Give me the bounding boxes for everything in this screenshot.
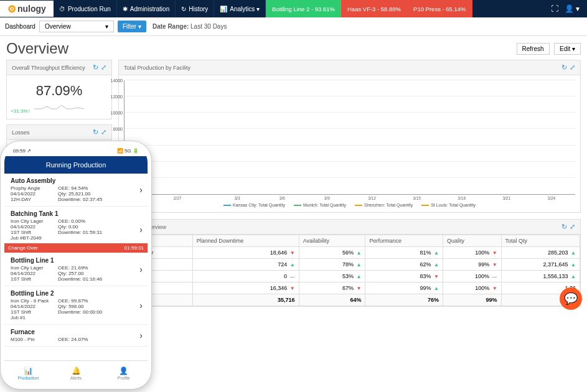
status-tile[interactable]: Haas VF-3 - 58.88% (341, 0, 407, 17)
arrow-flat-icon: — (290, 274, 295, 279)
refresh-icon[interactable]: ↻ (561, 223, 567, 231)
phone-alert[interactable]: Change Over01:59:31 (4, 243, 148, 253)
arrow-up-icon: ▲ (434, 262, 439, 268)
chart-card: Total Production by Facility ↻⤢ 02000400… (118, 60, 581, 213)
chevron-right-icon: › (139, 301, 143, 310)
legend-item[interactable]: St Louis: Total Quantity (421, 203, 476, 207)
y-tick: 12000 (107, 95, 123, 99)
expand-icon[interactable]: ⤢ (101, 128, 106, 136)
table-row[interactable]: St Louis16,346 ▼67% ▼99% ▲100% ▼1,36 (120, 282, 580, 294)
refresh-button[interactable]: Refresh (517, 43, 550, 55)
legend-item[interactable]: Shenzhen: Total Quantity (355, 203, 413, 207)
filter-button[interactable]: Filter ▾ (118, 21, 146, 32)
phone-list-item[interactable]: FurnaceM100 - PinOEE: 24.07%› (4, 325, 148, 347)
legend-item[interactable]: Kansas City: Total Quantity (223, 203, 285, 207)
table-header[interactable]: Availability (299, 235, 365, 247)
x-tick: 3/15 (410, 196, 425, 200)
arrow-down-icon: ▼ (492, 250, 497, 256)
dashboard-select[interactable]: Overview ▾ (39, 21, 114, 32)
x-tick (529, 196, 544, 200)
x-tick (334, 196, 349, 200)
table-header[interactable]: Performance (365, 235, 443, 247)
refresh-icon[interactable]: ↻ (93, 128, 98, 136)
status-tile[interactable]: P10 Press - 65.14% (407, 0, 472, 17)
arrow-up-icon: ▲ (571, 250, 576, 256)
refresh-icon[interactable]: ↻ (93, 63, 98, 72)
x-tick (395, 196, 410, 200)
phone-tab-production[interactable]: 📊Production (4, 361, 52, 385)
phone-mockup: 09:59 ↗ 📶 5G 🔋 Running Production Auto A… (0, 141, 152, 390)
logo-icon: ⚙ (7, 3, 16, 15)
arrow-up-icon: ▲ (290, 262, 295, 268)
phone-list-item[interactable]: Batching Tank 1Iron City LagerOEE: 0.00%… (4, 207, 148, 253)
expand-icon[interactable]: ⤢ (570, 63, 575, 72)
fullscreen-icon[interactable]: ⛶ (551, 4, 558, 13)
table-header[interactable]: Planned Downtime (192, 235, 299, 247)
x-tick (185, 196, 200, 200)
tab-icon: 👤 (119, 366, 128, 375)
phone-list-item[interactable]: Bottling Line 1Iron City LagerOEE: 21.69… (4, 253, 148, 286)
x-tick (439, 196, 454, 200)
chevron-right-icon: › (139, 330, 143, 340)
user-menu-icon[interactable]: 👤 ▾ (565, 4, 580, 13)
page-title: Overview (6, 40, 68, 57)
phone-tab-profile[interactable]: 👤Profile (100, 361, 148, 385)
y-tick: 8000 (107, 127, 123, 131)
expand-icon[interactable]: ⤢ (101, 63, 106, 72)
table-header[interactable]: Total Qty (501, 235, 580, 247)
phone-tab-alerts[interactable]: 🔔Alerts (52, 361, 100, 385)
logo-text: nulogy (17, 4, 46, 14)
x-tick (245, 196, 260, 200)
dashboard-value: Overview (45, 23, 71, 30)
status-tile[interactable]: Bottling Line 2 - 93.61% (266, 0, 341, 17)
phone-header: Running Production (4, 156, 148, 174)
arrow-flat-icon: — (492, 274, 497, 279)
y-tick: 14000 (107, 78, 123, 83)
x-tick (304, 196, 319, 200)
y-tick: 10000 (107, 111, 123, 115)
logo[interactable]: ⚙ nulogy (0, 1, 54, 17)
x-tick (484, 196, 499, 200)
daterange-value: Last 30 Days (190, 23, 227, 30)
x-tick: 3/24 (544, 196, 559, 200)
x-tick (380, 196, 395, 200)
nav-icon: ⏱ (59, 6, 65, 12)
arrow-up-icon: ▲ (357, 262, 362, 268)
phone-signal: 📶 5G 🔋 (117, 148, 139, 154)
x-tick: 3/9 (319, 196, 334, 200)
nav-icon: 📊 (220, 6, 227, 12)
expand-icon[interactable]: ⤢ (570, 223, 575, 231)
nav-icon: ✱ (123, 6, 128, 12)
edit-button[interactable]: Edit ▾ (554, 43, 581, 55)
x-tick (425, 196, 439, 200)
daterange-label: Date Range: (153, 23, 189, 30)
x-tick: 3/21 (499, 196, 514, 200)
arrow-down-icon: ▼ (290, 286, 295, 291)
chevron-right-icon: › (139, 264, 143, 274)
arrow-up-icon: ▲ (357, 274, 362, 279)
refresh-icon[interactable]: ↻ (561, 63, 567, 72)
legend-item[interactable]: Munich: Total Quantity (294, 203, 346, 207)
x-tick: 3/6 (275, 196, 289, 200)
kpi-title: Losses (12, 129, 30, 136)
phone-list-item[interactable]: Auto AssemblyProphy AngleOEE: 94.54%04/1… (4, 174, 148, 207)
table-header[interactable]: Quality (443, 235, 501, 247)
phone-list-item[interactable]: Bottling Line 2Iron City - 6 PackOEE: 99… (4, 286, 148, 325)
arrow-up-icon: ▲ (357, 250, 362, 256)
nav-production-run[interactable]: ⏱Production Run (54, 0, 117, 17)
table-row[interactable]: Shenzhen0 —53% ▲83% ▼100% —1,556,133 ▲ (120, 271, 580, 282)
x-tick (559, 196, 574, 200)
table-row[interactable]: Kansas City18,646 ▼56% ▲81% ▲100% ▼285,2… (120, 247, 580, 259)
phone-item-title: Batching Tank 1 (11, 210, 141, 217)
x-tick (215, 196, 230, 200)
nav-analytics-[interactable]: 📊Analytics ▾ (214, 0, 266, 17)
x-tick: 3/3 (230, 196, 245, 200)
arrow-down-icon: ▼ (492, 262, 497, 268)
table-row[interactable]: Munich724 ▲78% ▲62% ▲99% ▼2,371,645 ▲ (120, 259, 580, 271)
chat-fab[interactable]: 💬 (560, 287, 582, 310)
x-tick (260, 196, 275, 200)
nav-history[interactable]: ↻History (176, 0, 214, 17)
dashboard-label: Dashboard (5, 23, 35, 30)
nav-administration[interactable]: ✱Administration (117, 0, 176, 17)
x-tick (349, 196, 364, 200)
